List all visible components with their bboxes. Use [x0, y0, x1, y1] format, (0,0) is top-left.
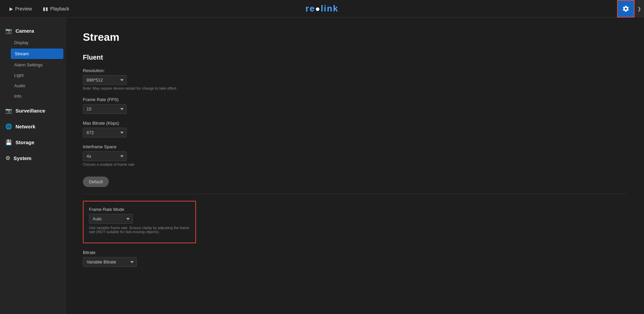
bitrate-type-select[interactable]: Variable Bitrate Constant Bitrate [83, 257, 137, 267]
resolution-note: Note: May require device restart for cha… [83, 86, 627, 90]
sidebar-storage-label: Storage [15, 139, 34, 145]
sidebar-item-stream[interactable]: Stream [11, 49, 63, 59]
main-content: Stream Fluent Resolution: 896*512 640*48… [66, 18, 644, 314]
fluent-section-title: Fluent [83, 54, 627, 61]
frame-rate-mode-group: Frame Rate Mode Auto Manual Use variable… [89, 207, 190, 234]
sidebar-network-header[interactable]: 🌐 Network [0, 120, 66, 133]
sidebar-system-label: System [13, 155, 31, 161]
sidebar-section-system: ⚙ System [0, 152, 66, 165]
sidebar: 📷 Camera Display Stream Alarm Settings L… [0, 18, 66, 314]
bitrate-group: Max Bitrate (Kbps) 672 512 1024 [83, 121, 627, 137]
preview-icon: ▶ [9, 6, 13, 11]
sidebar-surveillance-header[interactable]: 📷 Surveillance [0, 104, 66, 117]
sidebar-system-header[interactable]: ⚙ System [0, 152, 66, 165]
sidebar-camera-label: Camera [15, 28, 34, 34]
interframe-select[interactable]: 4x 2x 1x [83, 151, 127, 161]
frame-rate-mode-note: Use variable frame rate. Ensure clarity … [89, 226, 190, 234]
gear-icon [622, 5, 630, 12]
bitrate-label: Max Bitrate (Kbps) [83, 121, 627, 126]
frame-rate-mode-label: Frame Rate Mode [89, 207, 190, 212]
fps-select[interactable]: 15 20 25 30 [83, 104, 127, 114]
playback-icon: ▮▮ [43, 6, 48, 11]
playback-label: Playback [50, 6, 69, 11]
sidebar-item-audio[interactable]: Audio [0, 81, 66, 91]
arrow-button[interactable]: ❯ [635, 0, 644, 18]
preview-label: Preview [15, 6, 32, 11]
sidebar-storage-header[interactable]: 💾 Storage [0, 136, 66, 149]
sidebar-item-display[interactable]: Display [0, 37, 66, 48]
camera-icon: 📷 [5, 28, 12, 34]
sidebar-item-light[interactable]: Light [0, 70, 66, 81]
frame-rate-mode-highlighted-box: Frame Rate Mode Auto Manual Use variable… [83, 201, 196, 243]
frame-rate-mode-select[interactable]: Auto Manual [89, 214, 133, 224]
sidebar-surveillance-label: Surveillance [15, 108, 45, 114]
bitrate-type-label: Bitrate [83, 250, 627, 255]
fps-group: Frame Rate (FPS) 15 20 25 30 [83, 97, 627, 114]
sidebar-item-alarm-settings[interactable]: Alarm Settings [0, 60, 66, 70]
playback-nav-item[interactable]: ▮▮ Playback [39, 0, 73, 18]
sidebar-camera-header[interactable]: 📷 Camera [0, 24, 66, 37]
default-button[interactable]: Default [83, 177, 109, 187]
storage-icon: 💾 [5, 139, 12, 146]
sidebar-item-info[interactable]: Info [0, 91, 66, 101]
system-icon: ⚙ [5, 155, 10, 161]
settings-button[interactable] [617, 0, 635, 18]
resolution-group: Resolution: 896*512 640*480 352*240 Note… [83, 68, 627, 90]
interframe-group: Interframe Space 4x 2x 1x Choose a multi… [83, 144, 627, 166]
sidebar-network-label: Network [15, 124, 35, 129]
network-icon: 🌐 [5, 123, 12, 130]
page-title: Stream [83, 31, 627, 43]
surveillance-icon: 📷 [5, 107, 12, 114]
section-divider [83, 194, 627, 194]
resolution-select[interactable]: 896*512 640*480 352*240 [83, 75, 127, 85]
resolution-label: Resolution: [83, 68, 627, 73]
bitrate-select[interactable]: 672 512 1024 [83, 128, 127, 137]
layout: 📷 Camera Display Stream Alarm Settings L… [0, 18, 644, 314]
bitrate-type-group: Bitrate Variable Bitrate Constant Bitrat… [83, 250, 627, 267]
fps-label: Frame Rate (FPS) [83, 97, 627, 102]
sidebar-section-network: 🌐 Network [0, 120, 66, 133]
sidebar-section-camera: 📷 Camera Display Stream Alarm Settings L… [0, 24, 66, 101]
sidebar-section-storage: 💾 Storage [0, 136, 66, 149]
preview-nav-item[interactable]: ▶ Preview [5, 0, 36, 18]
topnav: ▶ Preview ▮▮ Playback re●link ❯ [0, 0, 644, 18]
app-logo: re●link [305, 3, 339, 14]
interframe-hint: Choose a multiple of frame rate [83, 162, 627, 166]
interframe-label: Interframe Space [83, 144, 627, 149]
sidebar-section-surveillance: 📷 Surveillance [0, 104, 66, 117]
